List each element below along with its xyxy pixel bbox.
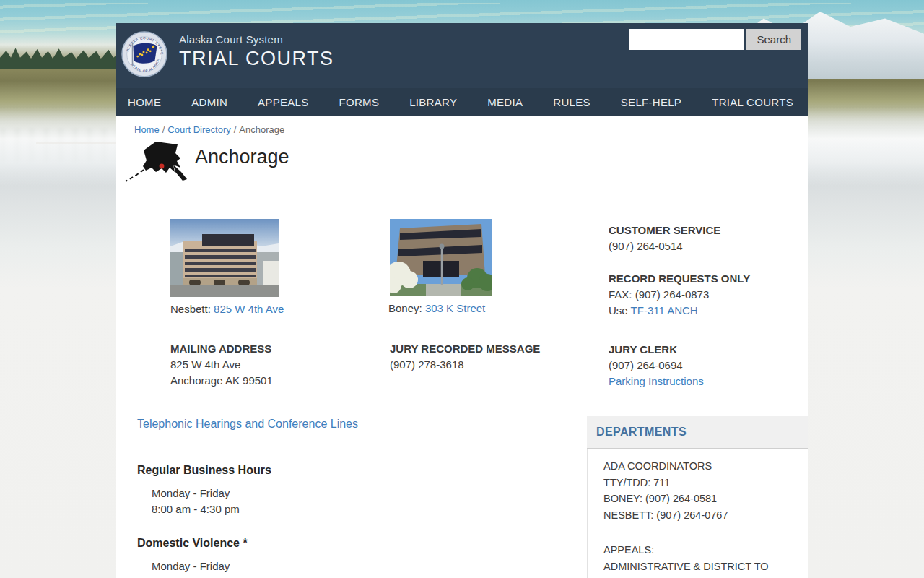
departments-sidebar: DEPARTMENTS ADA COORDINATORS TTY/TDD: 71…	[587, 416, 808, 578]
hours-line: Monday - Friday	[152, 486, 240, 501]
breadcrumb-separator: /	[231, 124, 240, 135]
page-title: Anchorage	[195, 146, 289, 168]
nav-item-library[interactable]: LIBRARY	[394, 96, 472, 108]
departments-heading: DEPARTMENTS	[587, 416, 808, 449]
nav-item-forms[interactable]: FORMS	[324, 96, 395, 108]
nesbett-courthouse-photo	[170, 219, 279, 297]
jury-clerk-block: JURY CLERK (907) 264-0694 Parking Instru…	[609, 342, 704, 389]
nesbett-caption-prefix: Nesbett:	[170, 303, 211, 315]
hours-line: 8:00 am - 4:30 pm	[152, 501, 240, 517]
regular-business-hours-heading: Regular Business Hours	[137, 464, 271, 477]
dept-line: APPEALS:	[603, 542, 801, 558]
main-navigation: HOME ADMIN APPEALS FORMS LIBRARY MEDIA R…	[116, 88, 808, 116]
nav-item-rules[interactable]: RULES	[538, 96, 606, 108]
jury-recorded-message-block: JURY RECORDED MESSAGE (907) 278-3618	[390, 341, 540, 373]
dept-line: ADA COORDINATORS	[603, 458, 801, 475]
jury-recorded-message-heading: JURY RECORDED MESSAGE	[390, 341, 540, 357]
section-divider	[152, 522, 528, 522]
dept-line: NESBETT: (907) 264-0767	[603, 507, 801, 524]
nesbett-address-link[interactable]: 825 W 4th Ave	[214, 303, 284, 315]
boney-caption: Boney: 303 K Street	[388, 302, 485, 314]
domestic-violence-hours-lines: Monday - Friday 8:00 am - 3:00 pm	[152, 558, 240, 578]
search-input[interactable]	[629, 29, 744, 50]
nesbett-caption: Nesbett: 825 W 4th Ave	[170, 303, 284, 315]
nav-item-admin[interactable]: ADMIN	[176, 96, 243, 108]
record-requests-use-line: Use TF-311 ANCH	[609, 303, 750, 319]
dept-line: ADMINISTRATIVE & DISTRICT TO SUPERIOR	[603, 558, 801, 578]
breadcrumb-court-directory-link[interactable]: Court Directory	[167, 124, 230, 135]
search-area: Search	[629, 29, 801, 50]
mailing-address-line1: 825 W 4th Ave	[170, 357, 273, 373]
customer-service-phone: (907) 264-0514	[609, 238, 720, 254]
use-prefix: Use	[609, 304, 628, 316]
telephonic-hearings-link[interactable]: Telephonic Hearings and Conference Lines	[137, 418, 358, 431]
jury-recorded-message-phone: (907) 278-3618	[390, 357, 540, 373]
nav-item-appeals[interactable]: APPEALS	[243, 96, 323, 108]
hours-line: 8:00 am - 3:00 pm	[152, 574, 240, 578]
main-content: Home/Court Directory/Anchorage Anchorage	[116, 116, 808, 578]
breadcrumb-separator: /	[160, 124, 168, 135]
dept-line: BONEY: (907) 264-0581	[603, 491, 801, 507]
parking-instructions-link[interactable]: Parking Instructions	[609, 375, 704, 387]
site-section-title: TRIAL COURTS	[179, 48, 334, 70]
hours-line: Monday - Friday	[152, 558, 240, 574]
department-item-ada: ADA COORDINATORS TTY/TDD: 711 BONEY: (90…	[588, 449, 808, 532]
site-name: Alaska Court System	[179, 33, 334, 46]
alaska-court-system-seal-logo: ALASKA COURT SYSTEM STATE OF ALASKA	[121, 31, 167, 77]
departments-list: ADA COORDINATORS TTY/TDD: 711 BONEY: (90…	[587, 449, 808, 578]
site-title-block: Alaska Court System TRIAL COURTS	[179, 33, 334, 70]
regular-business-hours-lines: Monday - Friday 8:00 am - 4:30 pm	[152, 486, 240, 517]
jury-clerk-heading: JURY CLERK	[609, 342, 704, 358]
record-requests-fax: FAX: (907) 264-0873	[609, 287, 750, 303]
page-container: ALASKA COURT SYSTEM STATE OF ALASKA Alas…	[116, 23, 808, 578]
dept-line: TTY/TDD: 711	[603, 475, 801, 491]
nav-item-self-help[interactable]: SELF-HELP	[606, 96, 697, 108]
site-header: ALASKA COURT SYSTEM STATE OF ALASKA Alas…	[116, 23, 808, 88]
alaska-map-icon	[124, 139, 193, 184]
nav-item-trial-courts[interactable]: TRIAL COURTS	[697, 96, 808, 108]
breadcrumb-home-link[interactable]: Home	[134, 124, 160, 135]
search-button[interactable]: Search	[746, 29, 801, 50]
nav-item-home[interactable]: HOME	[116, 96, 176, 108]
domestic-violence-heading: Domestic Violence *	[137, 537, 248, 550]
boney-caption-prefix: Boney:	[388, 302, 422, 314]
nav-item-media[interactable]: MEDIA	[472, 96, 538, 108]
tf-311-anch-form-link[interactable]: TF-311 ANCH	[631, 304, 698, 316]
breadcrumb: Home/Court Directory/Anchorage	[134, 124, 284, 135]
boney-courthouse-photo	[390, 219, 492, 296]
mailing-address-line2: Anchorage AK 99501	[170, 373, 273, 389]
customer-service-heading: CUSTOMER SERVICE	[609, 223, 720, 238]
breadcrumb-current: Anchorage	[239, 124, 284, 135]
record-requests-block: RECORD REQUESTS ONLY FAX: (907) 264-0873…	[609, 271, 750, 319]
department-item-appeals: APPEALS: ADMINISTRATIVE & DISTRICT TO SU…	[588, 532, 808, 578]
mailing-address-heading: MAILING ADDRESS	[170, 341, 273, 357]
customer-service-block: CUSTOMER SERVICE (907) 264-0514	[609, 223, 720, 254]
boney-address-link[interactable]: 303 K Street	[425, 302, 485, 314]
mailing-address-block: MAILING ADDRESS 825 W 4th Ave Anchorage …	[170, 341, 273, 389]
jury-clerk-phone: (907) 264-0694	[609, 358, 704, 374]
record-requests-heading: RECORD REQUESTS ONLY	[609, 271, 750, 287]
